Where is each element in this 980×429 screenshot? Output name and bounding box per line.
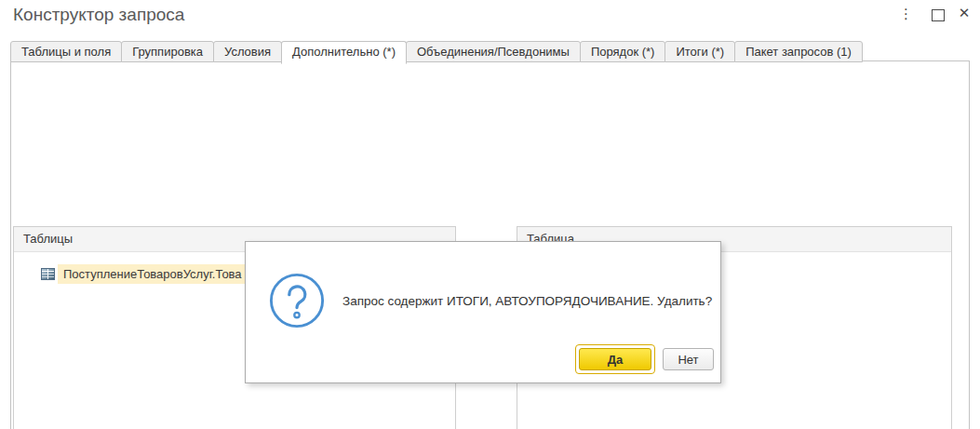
no-button[interactable]: Нет bbox=[663, 348, 714, 370]
maximize-icon[interactable] bbox=[932, 9, 945, 21]
table-row-label: ПоступлениеТоваровУслуг.Това bbox=[58, 264, 248, 284]
tab-order[interactable]: Порядок (*) bbox=[580, 41, 666, 62]
tab-additional[interactable]: Дополнительно (*) bbox=[281, 41, 407, 64]
confirmation-dialog: Запрос содержит ИТОГИ, АВТОУПОРЯДОЧИВАНИ… bbox=[245, 241, 721, 383]
tab-query-batch[interactable]: Пакет запросов (1) bbox=[734, 41, 863, 62]
window-title: Конструктор запроса bbox=[13, 5, 184, 25]
yes-button-focus-ring: Да bbox=[575, 344, 655, 374]
tab-totals[interactable]: Итоги (*) bbox=[665, 41, 735, 62]
dialog-message: Запрос содержит ИТОГИ, АВТОУПОРЯДОЧИВАНИ… bbox=[342, 294, 712, 308]
table-icon bbox=[41, 268, 55, 280]
table-row[interactable]: ПоступлениеТоваровУслуг.Това bbox=[41, 264, 248, 284]
tab-conditions[interactable]: Условия bbox=[213, 41, 282, 62]
more-menu-icon[interactable]: ⋮ bbox=[899, 6, 912, 22]
question-icon bbox=[268, 272, 326, 329]
tab-tables-fields[interactable]: Таблицы и поля bbox=[10, 41, 122, 62]
close-icon[interactable]: ✕ bbox=[957, 5, 972, 21]
yes-button[interactable]: Да bbox=[579, 348, 651, 370]
tab-unions-aliases[interactable]: Объединения/Псевдонимы bbox=[406, 41, 581, 62]
tab-grouping[interactable]: Группировка bbox=[121, 41, 214, 62]
tab-bar: Таблицы и поля Группировка Условия Допол… bbox=[10, 41, 862, 64]
